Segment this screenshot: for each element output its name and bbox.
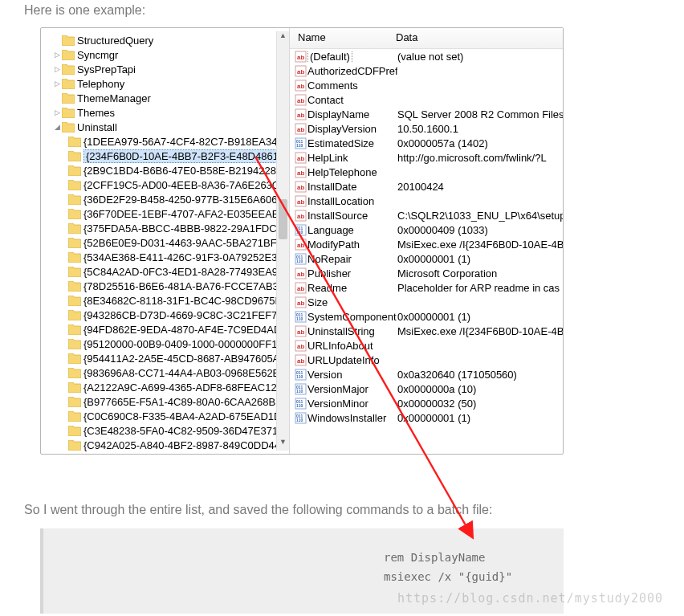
tree-key-guid[interactable]: {983696A8-CC71-44A4-AB03-0968E562B16A}: [41, 365, 289, 380]
scroll-thumb[interactable]: [279, 199, 287, 239]
registry-value-row[interactable]: abInstallDate20100424: [290, 179, 563, 194]
registry-value-row[interactable]: 011110Version0x0a320640 (171050560): [290, 367, 563, 381]
dword-icon: 011110: [293, 224, 307, 236]
scroll-down-icon[interactable]: ▼: [277, 438, 289, 451]
column-header-name[interactable]: Name: [293, 31, 396, 43]
string-icon: ab: [293, 80, 307, 92]
value-name: Language: [307, 224, 397, 236]
registry-value-row[interactable]: abDisplayNameSQL Server 2008 R2 Common F…: [290, 107, 563, 121]
registry-value-row[interactable]: ab(Default)(value not set): [290, 49, 563, 63]
tree-key-guid[interactable]: {C3E48238-5FA0-4C82-9509-36D47E371A29}: [41, 423, 289, 438]
tree-key-guid[interactable]: {A2122A9C-A699-4365-ADF8-68FEAC125D61}: [41, 380, 289, 394]
tree-key[interactable]: ▷SysPrepTapi: [41, 62, 289, 76]
registry-value-row[interactable]: abInstallLocation: [290, 194, 563, 208]
scroll-up-icon[interactable]: ▲: [277, 31, 289, 44]
string-icon: ab: [293, 166, 307, 178]
value-data: 20100424: [397, 181, 563, 193]
value-name: InstallLocation: [307, 195, 397, 207]
svg-text:ab: ab: [297, 285, 304, 292]
value-name: Size: [307, 296, 397, 308]
tree-key[interactable]: ThemeManager: [41, 91, 289, 105]
tree-key-guid[interactable]: {36F70DEE-1EBF-4707-AFA2-E035EEAEBAA1}: [41, 206, 289, 221]
value-data: (value not set): [397, 51, 563, 63]
tree-key[interactable]: ▷Themes: [41, 105, 289, 120]
registry-value-row[interactable]: 011110WindowsInstaller0x00000001 (1): [290, 410, 563, 425]
tree-key[interactable]: ◢Uninstall: [41, 120, 289, 134]
tree-key-guid[interactable]: {52B6E0E9-D031-4463-9AAC-5BA271BFA1AA}: [41, 235, 289, 250]
tree-key-guid[interactable]: {534AE368-E411-426C-91F3-0A79252E38D4}: [41, 250, 289, 264]
registry-value-row[interactable]: abModifyPathMsiExec.exe /I{234F6B0D-10AE…: [290, 237, 563, 251]
registry-value-row[interactable]: abDisplayVersion10.50.1600.1: [290, 121, 563, 136]
folder-icon: [62, 92, 75, 104]
registry-value-row[interactable]: abReadmePlaceholder for ARP readme in ca…: [290, 280, 563, 295]
string-icon: ab: [293, 181, 307, 193]
tree-key[interactable]: ▷Syncmgr: [41, 47, 289, 62]
registry-value-row[interactable]: abComments: [290, 78, 563, 92]
registry-value-row[interactable]: 011110VersionMajor0x0000000a (10): [290, 381, 563, 396]
tree-scrollbar[interactable]: ▲ ▼: [276, 31, 289, 451]
folder-icon: [68, 280, 81, 292]
folder-icon: [68, 425, 81, 436]
tree-key-guid[interactable]: {5C84A2AD-0FC3-4ED1-8A28-77493EA9E7BB}: [41, 264, 289, 279]
tree-key[interactable]: StructuredQuery: [41, 33, 289, 47]
registry-value-row[interactable]: abPublisherMicrosoft Corporation: [290, 266, 563, 280]
tree-key-guid[interactable]: {C0C690C8-F335-4BA4-A2AD-675EAD1DFA90}: [41, 409, 289, 423]
tree-key-label: {95120000-00B9-0409-1000-0000000FF1CE}: [83, 338, 290, 350]
value-name: NoRepair: [307, 253, 397, 265]
tree-key-guid[interactable]: {94FD862E-9EDA-4870-AF4E-7C9ED4AD42E8}: [41, 322, 289, 337]
registry-value-row[interactable]: abHelpLinkhttp://go.microsoft.com/fwlink…: [290, 150, 563, 165]
tree-key-guid[interactable]: {C942A025-A840-4BF2-8987-849C0DD44574}: [41, 438, 289, 452]
tree-key-guid[interactable]: {954411A2-2A5E-45CD-8687-AB947605AF28}: [41, 351, 289, 365]
value-name: ModifyPath: [307, 239, 397, 251]
registry-value-row[interactable]: abAuthorizedCDFPrefix: [290, 63, 563, 78]
tree-key-guid[interactable]: {8E34682C-8118-31F1-BC4C-98CD9675E1C2}: [41, 293, 289, 308]
tree-key-guid[interactable]: {36DE2F29-B458-4250-977B-315E6A606FFF}: [41, 192, 289, 206]
registry-value-row[interactable]: abSize: [290, 295, 563, 309]
tree-pane[interactable]: StructuredQuery▷Syncmgr▷SysPrepTapi▷Tele…: [41, 28, 290, 454]
tree-key-guid[interactable]: {375FDA5A-BBCC-4BBB-9822-29A1FDC2D59E}: [41, 221, 289, 235]
value-name: AuthorizedCDFPrefix: [307, 65, 397, 77]
folder-icon: [62, 63, 75, 75]
tree-key[interactable]: ▷Telephony: [41, 76, 289, 91]
tree-key-guid[interactable]: {2CFF19C5-AD00-4EEB-8A36-7A6E263C3A79}: [41, 177, 289, 192]
svg-text:ab: ab: [297, 97, 304, 104]
registry-value-row[interactable]: 011110SystemComponent0x00000001 (1): [290, 309, 563, 324]
registry-value-row[interactable]: abUninstallStringMsiExec.exe /I{234F6B0D…: [290, 324, 563, 338]
expander-icon[interactable]: ◢: [52, 120, 62, 134]
expander-icon[interactable]: ▷: [52, 47, 62, 62]
registry-value-row[interactable]: abContact: [290, 92, 563, 107]
tree-key-guid[interactable]: {2B9C1BD4-B6B6-47E0-B58E-B21942288909}: [41, 163, 289, 177]
dword-icon: 011110: [293, 412, 307, 424]
tree-key-guid[interactable]: {B977665E-F5A1-4C89-80A0-6CAA268B33BF}: [41, 394, 289, 409]
values-header[interactable]: Name Data: [290, 28, 563, 49]
code-line: rem DisplayName: [43, 548, 564, 567]
tree-key-label: {1DEEA979-56A7-4CF4-82C7-B918EA34E1DF}: [83, 136, 290, 148]
tree-key-guid[interactable]: {95120000-00B9-0409-1000-0000000FF1CE}: [41, 337, 289, 351]
registry-editor-window: StructuredQuery▷Syncmgr▷SysPrepTapi▷Tele…: [40, 27, 564, 455]
svg-text:ab: ab: [297, 68, 304, 75]
tree-key-label: {A2122A9C-A699-4365-ADF8-68FEAC125D61}: [83, 381, 290, 394]
value-name: Publisher: [307, 267, 397, 279]
tree-key-guid[interactable]: {234F6B0D-10AE-4BB7-B2F3-E48D4861952D}: [41, 149, 289, 163]
registry-value-row[interactable]: 011110Language0x00000409 (1033): [290, 222, 563, 237]
value-data: 0x0a320640 (171050560): [397, 369, 563, 381]
column-header-data[interactable]: Data: [396, 31, 563, 43]
tree-key-guid[interactable]: {1DEEA979-56A7-4CF4-82C7-B918EA34E1DF}: [41, 134, 289, 149]
registry-value-row[interactable]: 011110VersionMinor0x00000032 (50): [290, 396, 563, 410]
registry-value-row[interactable]: 011110EstimatedSize0x0000057a (1402): [290, 136, 563, 150]
svg-text:ab: ab: [297, 357, 304, 365]
registry-value-row[interactable]: abURLInfoAbout: [290, 338, 563, 353]
expander-icon[interactable]: ▷: [52, 105, 62, 120]
svg-text:ab: ab: [297, 213, 304, 220]
tree-key-guid[interactable]: {78D25516-B6E6-481A-BA76-FCCE7AB37A4B}: [41, 279, 289, 293]
registry-value-row[interactable]: abHelpTelephone: [290, 165, 563, 179]
expander-icon[interactable]: ▷: [52, 76, 62, 91]
tree-key-guid[interactable]: {943286CB-D73D-4669-9C8C-3C21FEF703A1}: [41, 308, 289, 322]
registry-value-row[interactable]: abInstallSourceC:\SQLR2\1033_ENU_LP\x64\…: [290, 208, 563, 222]
expander-icon[interactable]: ▷: [52, 62, 62, 76]
registry-value-row[interactable]: 011110NoRepair0x00000001 (1): [290, 251, 563, 266]
registry-value-row[interactable]: abURLUpdateInfo: [290, 353, 563, 367]
values-pane[interactable]: Name Data ab(Default)(value not set)abAu…: [290, 28, 563, 454]
tree-key-label: {36DE2F29-B458-4250-977B-315E6A606FFF}: [83, 194, 290, 206]
value-data: 0x00000032 (50): [397, 398, 563, 410]
